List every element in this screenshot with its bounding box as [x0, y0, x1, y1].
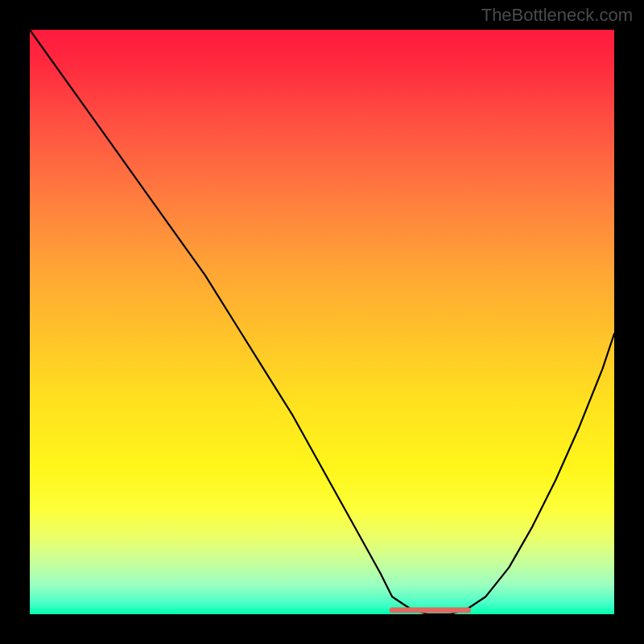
chart-plot-area — [30, 30, 614, 614]
watermark-text: TheBottleneck.com — [481, 5, 633, 26]
bottleneck-curve — [30, 30, 614, 614]
